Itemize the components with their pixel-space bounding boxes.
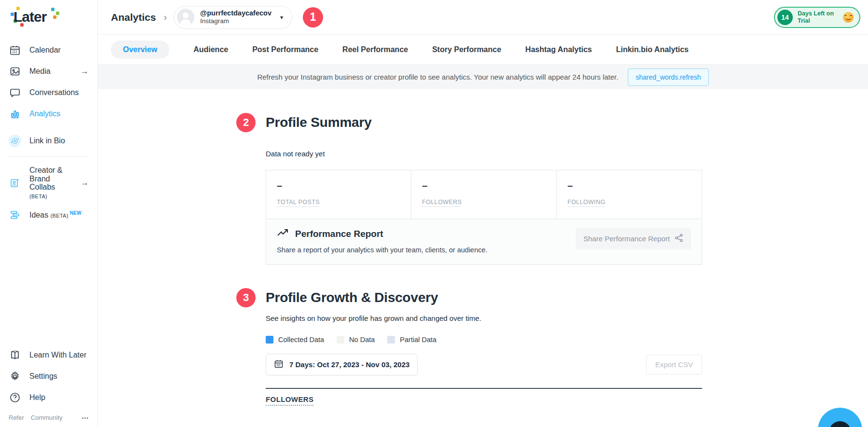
sidebar-item-label: Conversations	[29, 88, 79, 97]
chat-widget-button[interactable]	[818, 408, 862, 427]
beta-tag: (BETA)	[51, 213, 68, 219]
refresh-banner: Refresh your Instagram business or creat…	[98, 65, 868, 89]
main-area: Analytics › @purrfectdaycafecov Instagra…	[98, 0, 868, 427]
stat-value: –	[568, 180, 691, 191]
sidebar-divider	[9, 156, 89, 157]
legend-collected-data: Collected Data	[266, 336, 324, 344]
logo-pixel	[53, 15, 56, 19]
performance-report-description: Share a report of your analytics with yo…	[277, 246, 576, 254]
logo-wordmark: Later	[14, 9, 46, 25]
tab-overview[interactable]: Overview	[111, 41, 169, 59]
stat-value: –	[422, 180, 545, 191]
stat-following: – FOLLOWING	[557, 170, 702, 219]
legend-no-data: No Data	[337, 336, 375, 344]
profile-growth-title: Profile Growth & Discovery	[266, 290, 438, 305]
sidebar-item-conversations[interactable]: Conversations	[0, 82, 97, 103]
profile-summary-section: 2 Profile Summary Data not ready yet – T…	[266, 115, 702, 265]
tab-hashtag-analytics[interactable]: Hashtag Analytics	[525, 41, 592, 59]
sidebar-item-media[interactable]: Media →	[0, 61, 97, 82]
account-selector[interactable]: @purrfectdaycafecov Instagram ▾	[174, 6, 292, 29]
content-area: 2 Profile Summary Data not ready yet – T…	[98, 89, 868, 427]
sidebar-item-calendar[interactable]: Calendar	[0, 40, 97, 61]
stat-total-posts: – TOTAL POSTS	[266, 170, 411, 219]
account-platform: Instagram	[200, 17, 271, 26]
calendar-icon	[274, 359, 284, 370]
top-bar: Analytics › @purrfectdaycafecov Instagra…	[98, 0, 868, 35]
performance-report-block: Performance Report Share a report of you…	[266, 219, 702, 264]
stat-label[interactable]: FOLLOWING	[568, 199, 606, 207]
sidebar-item-help[interactable]: Help	[0, 387, 97, 408]
arrow-right-icon: →	[81, 67, 89, 76]
avatar	[177, 9, 194, 26]
analytics-icon	[9, 108, 21, 120]
sidebar-item-label: Ideas (BETA)NEW	[29, 210, 81, 220]
smiley-emoji	[843, 12, 854, 23]
tab-story-performance[interactable]: Story Performance	[432, 41, 501, 59]
legend-partial-data: Partial Data	[387, 336, 436, 344]
book-icon	[9, 349, 21, 361]
sidebar-item-label: Calendar	[29, 46, 61, 55]
chevron-down-icon: ▾	[280, 14, 283, 21]
help-icon	[9, 391, 21, 404]
sidebar-bottom-links: Refer Community •••	[0, 408, 97, 423]
step-badge-3: 3	[236, 288, 256, 307]
legend-swatch	[337, 336, 344, 344]
sidebar-item-settings[interactable]: Settings	[0, 366, 97, 387]
performance-report-title: Performance Report	[295, 229, 383, 239]
ideas-icon	[9, 208, 21, 221]
profile-growth-subtitle: See insights on how your profile has gro…	[266, 314, 702, 322]
more-options-icon[interactable]: •••	[81, 415, 89, 421]
chevron-right-icon: ›	[163, 12, 167, 23]
stat-value: –	[277, 180, 400, 191]
link-in-bio-icon	[9, 135, 21, 147]
profile-summary-table: – TOTAL POSTS – FOLLOWERS – FOLLOWING	[266, 170, 702, 265]
date-range-picker[interactable]: 7 Days: Oct 27, 2023 - Nov 03, 2023	[266, 354, 418, 375]
logo-pixel	[56, 12, 59, 15]
trial-label: Days Left on Trial	[798, 10, 838, 25]
tab-post-performance[interactable]: Post Performance	[252, 41, 318, 59]
share-icon	[675, 234, 683, 244]
sidebar: Later Calendar Media → Conversation	[0, 0, 98, 427]
trial-badge[interactable]: 14 Days Left on Trial	[774, 7, 860, 28]
data-status-text: Data not ready yet	[266, 150, 702, 158]
sidebar-item-label: Media	[29, 67, 51, 76]
share-performance-report-button[interactable]: Share Performance Report	[576, 228, 691, 249]
arrow-right-icon: →	[81, 178, 89, 188]
tab-audience[interactable]: Audience	[193, 41, 228, 59]
later-logo[interactable]: Later	[10, 7, 63, 27]
export-csv-button[interactable]: Export CSV	[646, 355, 702, 374]
followers-chart-label[interactable]: FOLLOWERS	[266, 395, 313, 406]
sidebar-item-analytics[interactable]: Analytics	[0, 103, 97, 124]
chat-icon	[9, 86, 21, 99]
tab-reel-performance[interactable]: Reel Performance	[342, 41, 408, 59]
date-range-row: 7 Days: Oct 27, 2023 - Nov 03, 2023 Expo…	[266, 354, 702, 375]
trend-up-icon	[277, 228, 289, 240]
sidebar-footer: Learn With Later Settings Help Refer Com…	[0, 344, 97, 423]
legend-swatch	[266, 336, 273, 344]
logo-pixel	[51, 8, 54, 11]
data-legend: Collected Data No Data Partial Data	[266, 336, 702, 344]
tab-linkinbio-analytics[interactable]: Linkin.bio Analytics	[616, 41, 689, 59]
sidebar-item-ideas[interactable]: Ideas (BETA)NEW	[0, 204, 97, 225]
analytics-tabs: Overview Audience Post Performance Reel …	[98, 35, 868, 65]
sidebar-item-label: Link in Bio	[29, 137, 65, 145]
banner-message: Refresh your Instagram business or creat…	[257, 73, 618, 81]
profile-growth-section: 3 Profile Growth & Discovery See insight…	[266, 290, 702, 406]
page-title: Analytics	[111, 12, 156, 23]
beta-tag: (BETA)	[29, 193, 47, 199]
stat-followers: – FOLLOWERS	[411, 170, 556, 219]
community-link[interactable]: Community	[31, 414, 63, 421]
sidebar-item-label: Analytics	[29, 110, 60, 118]
legend-swatch	[387, 336, 395, 344]
sidebar-item-label: Help	[29, 393, 45, 402]
refresh-button[interactable]: shared_words.refresh	[628, 69, 708, 86]
sidebar-item-learn[interactable]: Learn With Later	[0, 344, 97, 366]
sidebar-item-collabs[interactable]: Creator & Brand Collabs (BETA) →	[0, 162, 97, 204]
new-badge: NEW	[70, 210, 81, 216]
refer-link[interactable]: Refer	[9, 414, 24, 421]
sidebar-item-link-in-bio[interactable]: Link in Bio	[0, 130, 97, 152]
stat-label[interactable]: FOLLOWERS	[422, 199, 461, 207]
stat-label[interactable]: TOTAL POSTS	[277, 199, 320, 207]
profile-summary-title: Profile Summary	[266, 115, 372, 130]
collabs-icon	[9, 177, 21, 189]
